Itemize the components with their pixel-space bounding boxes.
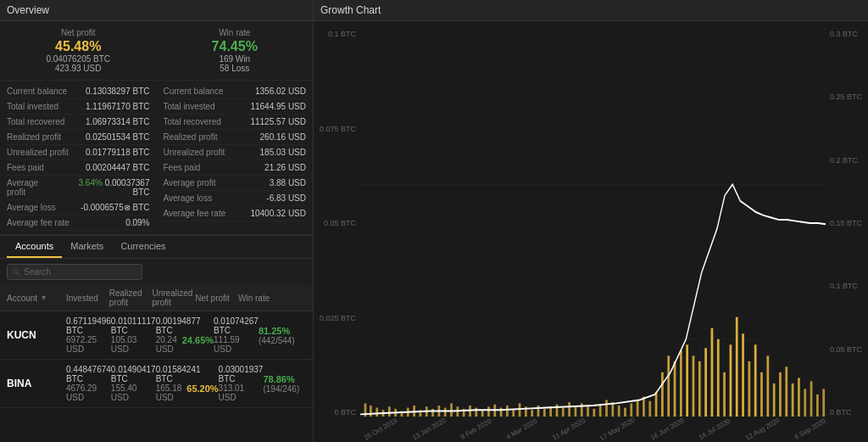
- kucn-net: 0.01074267 BTC 111.59 USD: [214, 316, 259, 354]
- y-right-1: 0.25 BTC: [830, 92, 862, 101]
- stat-row-unrealized-btc: Unrealized profit 0.01779118 BTC: [7, 145, 150, 160]
- bina-realized: 0.01490417 BTC 155.40 USD: [111, 365, 156, 402]
- win-rate-value: 74.45%: [165, 39, 305, 54]
- svg-rect-69: [742, 333, 744, 417]
- search-input[interactable]: [24, 267, 136, 277]
- y-axis-right: 0.3 BTC 0.25 BTC 0.2 BTC 0.15 BTC 0.1 BT…: [826, 30, 868, 417]
- net-profit-btc: 0.04076205 BTC: [8, 54, 148, 64]
- bina-winrate: 78.86% (194/246): [263, 374, 313, 394]
- x-label-9: 6 Sep 2020: [793, 417, 827, 440]
- svg-rect-76: [785, 366, 787, 417]
- svg-rect-26: [475, 408, 477, 417]
- stat-row-avg-profit-usd: Average profit 3.88 USD: [164, 176, 307, 191]
- stat-row-total-invested-btc: Total invested 1.11967170 BTC: [7, 99, 150, 115]
- y-left-2: 0.05 BTC: [324, 219, 356, 227]
- col-winrate: Win rate: [238, 288, 306, 307]
- col-realized: Realized profit: [109, 288, 153, 307]
- svg-rect-70: [748, 361, 751, 417]
- svg-rect-45: [593, 409, 596, 417]
- svg-rect-46: [599, 405, 602, 417]
- svg-rect-64: [711, 328, 714, 417]
- stat-row-unrealized-usd: Unrealized profit 185.03 USD: [164, 145, 307, 160]
- svg-rect-36: [537, 406, 540, 417]
- search-box[interactable]: [7, 264, 142, 280]
- tab-markets[interactable]: Markets: [62, 236, 112, 258]
- svg-rect-27: [481, 410, 484, 417]
- svg-rect-72: [760, 372, 763, 417]
- svg-rect-52: [637, 400, 639, 417]
- svg-rect-44: [587, 406, 589, 417]
- stat-row-total-invested-usd: Total invested 11644.95 USD: [164, 99, 307, 115]
- x-label-4: 11 Apr 2020: [551, 417, 587, 441]
- svg-rect-71: [754, 344, 757, 417]
- stat-row-avg-fee-btc: Average fee rate 0.09%: [7, 215, 150, 231]
- svg-rect-57: [667, 355, 670, 417]
- y-left-0: 0.1 BTC: [328, 30, 356, 38]
- account-table: Account ▼ Invested Realized profit Unrea…: [0, 285, 313, 442]
- svg-rect-53: [643, 397, 645, 417]
- y-left-4: 0 BTC: [334, 408, 356, 417]
- svg-rect-61: [693, 355, 695, 417]
- svg-rect-47: [605, 400, 608, 417]
- chart-title: Growth Chart: [320, 4, 381, 16]
- svg-line-1: [18, 273, 19, 275]
- stat-row-avg-profit-btc: Average profit 3.64% 0.00037367 BTC: [7, 176, 150, 200]
- x-label-1: 13 Jan 2020: [411, 416, 448, 441]
- svg-rect-50: [624, 408, 626, 417]
- svg-rect-31: [506, 406, 509, 417]
- tab-accounts[interactable]: Accounts: [7, 236, 62, 258]
- x-label-8: 12 Aug 2020: [744, 416, 781, 441]
- overview-title: Overview: [7, 4, 49, 16]
- stat-row-current-balance-usd: Current balance 1356.02 USD: [164, 84, 307, 99]
- svg-rect-77: [792, 383, 794, 417]
- svg-rect-19: [431, 409, 434, 417]
- x-label-2: 8 Feb 2020: [459, 417, 493, 440]
- search-section: [0, 259, 313, 285]
- main-container: Overview Net profit 45.48% 0.04076205 BT…: [0, 0, 868, 442]
- col-unrealized: Unrealized profit: [153, 288, 196, 307]
- svg-rect-35: [531, 410, 533, 417]
- table-row-bina[interactable]: BINA 0.44847674 BTC 4676.29 USD 0.014904…: [0, 360, 313, 408]
- col-net-profit: Net profit: [195, 288, 238, 307]
- stats-col-btc: Current balance 0.13038297 BTC Total inv…: [0, 81, 157, 234]
- svg-rect-56: [661, 372, 664, 417]
- svg-rect-21: [444, 408, 447, 417]
- svg-rect-73: [766, 355, 769, 417]
- y-right-3: 0.15 BTC: [830, 219, 862, 227]
- y-right-2: 0.2 BTC: [830, 156, 858, 165]
- svg-rect-33: [519, 403, 521, 417]
- svg-rect-54: [648, 401, 651, 417]
- win-rate-label: Win rate: [165, 28, 305, 37]
- svg-rect-78: [798, 378, 800, 417]
- table-row-kucn[interactable]: KUCN 0.67119496 BTC 6972.25 USD 0.010111…: [0, 311, 313, 360]
- svg-rect-65: [717, 339, 720, 417]
- chart-svg: [360, 30, 826, 417]
- col-invested: Invested: [66, 288, 109, 307]
- tabs-bar: Accounts Markets Currencies: [7, 236, 306, 258]
- y-axis-left: 0.1 BTC 0.075 BTC 0.05 BTC 0.025 BTC 0 B…: [314, 30, 360, 417]
- stat-row-avg-loss-usd: Average loss -6.83 USD: [164, 191, 307, 206]
- stat-row-avg-fee-usd: Average fee rate 10400.32 USD: [164, 206, 307, 221]
- stat-row-fees-usd: Fees paid 21.26 USD: [164, 160, 307, 176]
- stat-row-current-balance-btc: Current balance 0.13038297 BTC: [7, 84, 150, 99]
- stats-table: Current balance 0.13038297 BTC Total inv…: [0, 81, 313, 235]
- svg-rect-63: [704, 348, 707, 417]
- svg-rect-74: [773, 383, 776, 417]
- svg-rect-81: [816, 394, 819, 417]
- svg-rect-22: [450, 403, 453, 417]
- kucn-invested: 0.67119496 BTC 6972.25 USD: [66, 316, 111, 354]
- x-label-6: 16 Jun 2020: [649, 416, 686, 441]
- right-panel: Growth Chart 0.1 BTC 0.075 BTC 0.05 BTC …: [314, 0, 868, 442]
- tabs-section: Accounts Markets Currencies: [0, 235, 313, 259]
- tab-currencies[interactable]: Currencies: [112, 236, 174, 258]
- x-label-5: 17 May 2020: [598, 416, 637, 442]
- stat-row-fees-btc: Fees paid 0.00204447 BTC: [7, 160, 150, 176]
- stats-col-usd: Current balance 1356.02 USD Total invest…: [157, 81, 314, 234]
- svg-rect-10: [376, 408, 378, 417]
- svg-rect-67: [730, 344, 732, 417]
- svg-rect-41: [568, 402, 570, 417]
- win-rate-wins: 169 Win: [165, 54, 305, 64]
- win-rate-losses: 58 Loss: [165, 64, 305, 73]
- chart-header: Growth Chart: [314, 0, 868, 21]
- kucn-realized: 0.01011117 BTC 105.03 USD: [111, 316, 156, 354]
